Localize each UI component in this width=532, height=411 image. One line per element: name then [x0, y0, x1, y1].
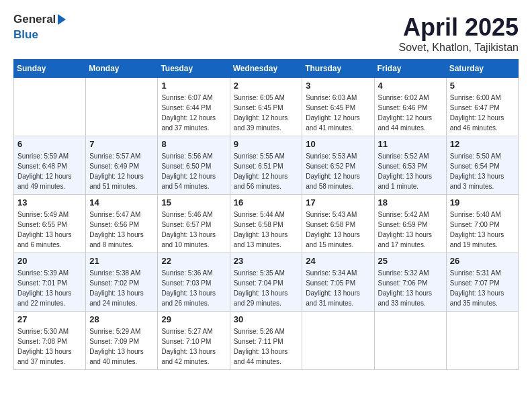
- day-number: 28: [89, 314, 154, 324]
- day-cell: 18Sunrise: 5:42 AM Sunset: 6:59 PM Dayli…: [374, 195, 446, 253]
- day-cell: 4Sunrise: 6:02 AM Sunset: 6:46 PM Daylig…: [374, 78, 446, 136]
- day-number: 13: [17, 197, 82, 208]
- title-area: April 2025 Sovet, Khatlon, Tajikistan: [399, 13, 519, 54]
- day-number: 29: [161, 314, 226, 324]
- day-info: Sunrise: 6:07 AM Sunset: 6:44 PM Dayligh…: [161, 93, 226, 133]
- day-info: Sunrise: 5:40 AM Sunset: 7:00 PM Dayligh…: [450, 210, 515, 250]
- weekday-header-friday: Friday: [374, 60, 446, 78]
- day-cell: 1Sunrise: 6:07 AM Sunset: 6:44 PM Daylig…: [158, 78, 230, 136]
- calendar-title: April 2025: [399, 13, 519, 42]
- day-number: 16: [234, 197, 299, 208]
- day-cell: 27Sunrise: 5:30 AM Sunset: 7:08 PM Dayli…: [14, 312, 86, 370]
- day-info: Sunrise: 5:43 AM Sunset: 6:58 PM Dayligh…: [306, 210, 370, 250]
- day-number: 2: [234, 81, 299, 91]
- logo: General Blue: [13, 13, 66, 41]
- day-number: 15: [161, 197, 226, 208]
- day-cell: 26Sunrise: 5:31 AM Sunset: 7:07 PM Dayli…: [446, 253, 518, 312]
- day-cell: 25Sunrise: 5:32 AM Sunset: 7:06 PM Dayli…: [374, 253, 446, 312]
- weekday-header-saturday: Saturday: [446, 60, 518, 78]
- day-number: 3: [306, 81, 370, 91]
- day-cell: [374, 312, 446, 370]
- day-number: 5: [450, 81, 515, 91]
- day-info: Sunrise: 5:46 AM Sunset: 6:57 PM Dayligh…: [161, 210, 226, 250]
- day-info: Sunrise: 5:50 AM Sunset: 6:54 PM Dayligh…: [450, 151, 515, 191]
- day-info: Sunrise: 5:47 AM Sunset: 6:56 PM Dayligh…: [89, 210, 154, 250]
- day-number: 23: [234, 256, 299, 266]
- week-row-3: 13Sunrise: 5:49 AM Sunset: 6:55 PM Dayli…: [14, 195, 519, 253]
- day-number: 25: [378, 256, 443, 266]
- day-info: Sunrise: 5:59 AM Sunset: 6:48 PM Dayligh…: [17, 151, 82, 191]
- weekday-header-wednesday: Wednesday: [230, 60, 302, 78]
- weekday-header-tuesday: Tuesday: [158, 60, 230, 78]
- day-cell: 3Sunrise: 6:03 AM Sunset: 6:45 PM Daylig…: [302, 78, 374, 136]
- week-row-2: 6Sunrise: 5:59 AM Sunset: 6:48 PM Daylig…: [14, 136, 519, 195]
- day-info: Sunrise: 6:03 AM Sunset: 6:45 PM Dayligh…: [306, 93, 370, 133]
- day-cell: 2Sunrise: 6:05 AM Sunset: 6:45 PM Daylig…: [230, 78, 302, 136]
- day-cell: 17Sunrise: 5:43 AM Sunset: 6:58 PM Dayli…: [302, 195, 374, 253]
- day-cell: 7Sunrise: 5:57 AM Sunset: 6:49 PM Daylig…: [86, 136, 158, 195]
- day-number: 22: [161, 256, 226, 266]
- day-cell: 24Sunrise: 5:34 AM Sunset: 7:05 PM Dayli…: [302, 253, 374, 312]
- day-info: Sunrise: 5:35 AM Sunset: 7:04 PM Dayligh…: [234, 268, 299, 308]
- day-number: 17: [306, 197, 370, 208]
- header: General Blue April 2025 Sovet, Khatlon, …: [13, 13, 519, 54]
- day-cell: 15Sunrise: 5:46 AM Sunset: 6:57 PM Dayli…: [158, 195, 230, 253]
- weekday-header-row: SundayMondayTuesdayWednesdayThursdayFrid…: [14, 60, 519, 78]
- day-info: Sunrise: 5:44 AM Sunset: 6:58 PM Dayligh…: [234, 210, 299, 250]
- day-number: 12: [450, 139, 515, 149]
- calendar-table: SundayMondayTuesdayWednesdayThursdayFrid…: [13, 59, 519, 370]
- day-info: Sunrise: 5:36 AM Sunset: 7:03 PM Dayligh…: [161, 268, 226, 308]
- day-info: Sunrise: 5:57 AM Sunset: 6:49 PM Dayligh…: [89, 151, 154, 191]
- day-cell: 6Sunrise: 5:59 AM Sunset: 6:48 PM Daylig…: [14, 136, 86, 195]
- day-info: Sunrise: 5:39 AM Sunset: 7:01 PM Dayligh…: [17, 268, 82, 308]
- day-number: 30: [234, 314, 299, 324]
- weekday-header-sunday: Sunday: [14, 60, 86, 78]
- day-info: Sunrise: 5:56 AM Sunset: 6:50 PM Dayligh…: [161, 151, 226, 191]
- day-number: 1: [161, 81, 226, 91]
- day-cell: [302, 312, 374, 370]
- logo-blue-text: Blue: [13, 29, 38, 42]
- week-row-5: 27Sunrise: 5:30 AM Sunset: 7:08 PM Dayli…: [14, 312, 519, 370]
- day-number: 27: [17, 314, 82, 324]
- day-cell: 21Sunrise: 5:38 AM Sunset: 7:02 PM Dayli…: [86, 253, 158, 312]
- day-cell: 29Sunrise: 5:27 AM Sunset: 7:10 PM Dayli…: [158, 312, 230, 370]
- day-number: 14: [89, 197, 154, 208]
- week-row-1: 1Sunrise: 6:07 AM Sunset: 6:44 PM Daylig…: [14, 78, 519, 136]
- day-info: Sunrise: 5:29 AM Sunset: 7:09 PM Dayligh…: [89, 326, 154, 367]
- logo-general-text: General: [13, 13, 56, 26]
- day-number: 6: [17, 139, 82, 149]
- day-number: 21: [89, 256, 154, 266]
- week-row-4: 20Sunrise: 5:39 AM Sunset: 7:01 PM Dayli…: [14, 253, 519, 312]
- day-info: Sunrise: 5:42 AM Sunset: 6:59 PM Dayligh…: [378, 210, 443, 250]
- day-info: Sunrise: 5:32 AM Sunset: 7:06 PM Dayligh…: [378, 268, 443, 308]
- day-cell: 30Sunrise: 5:26 AM Sunset: 7:11 PM Dayli…: [230, 312, 302, 370]
- weekday-header-thursday: Thursday: [302, 60, 374, 78]
- day-number: 18: [378, 197, 443, 208]
- day-cell: 9Sunrise: 5:55 AM Sunset: 6:51 PM Daylig…: [230, 136, 302, 195]
- day-number: 24: [306, 256, 370, 266]
- day-info: Sunrise: 5:31 AM Sunset: 7:07 PM Dayligh…: [450, 268, 515, 308]
- day-info: Sunrise: 5:38 AM Sunset: 7:02 PM Dayligh…: [89, 268, 154, 308]
- day-cell: 28Sunrise: 5:29 AM Sunset: 7:09 PM Dayli…: [86, 312, 158, 370]
- day-info: Sunrise: 5:27 AM Sunset: 7:10 PM Dayligh…: [161, 326, 226, 367]
- day-cell: [86, 78, 158, 136]
- calendar-subtitle: Sovet, Khatlon, Tajikistan: [399, 42, 519, 54]
- weekday-header-monday: Monday: [86, 60, 158, 78]
- day-info: Sunrise: 6:02 AM Sunset: 6:46 PM Dayligh…: [378, 93, 443, 133]
- day-cell: 22Sunrise: 5:36 AM Sunset: 7:03 PM Dayli…: [158, 253, 230, 312]
- day-cell: 13Sunrise: 5:49 AM Sunset: 6:55 PM Dayli…: [14, 195, 86, 253]
- day-info: Sunrise: 5:53 AM Sunset: 6:52 PM Dayligh…: [306, 151, 370, 191]
- day-cell: 11Sunrise: 5:52 AM Sunset: 6:53 PM Dayli…: [374, 136, 446, 195]
- day-info: Sunrise: 5:52 AM Sunset: 6:53 PM Dayligh…: [378, 151, 443, 191]
- day-number: 11: [378, 139, 443, 149]
- logo-triangle-icon: [58, 14, 66, 25]
- day-cell: 23Sunrise: 5:35 AM Sunset: 7:04 PM Dayli…: [230, 253, 302, 312]
- day-cell: 19Sunrise: 5:40 AM Sunset: 7:00 PM Dayli…: [446, 195, 518, 253]
- day-number: 26: [450, 256, 515, 266]
- day-number: 19: [450, 197, 515, 208]
- day-number: 10: [306, 139, 370, 149]
- day-cell: [14, 78, 86, 136]
- day-number: 8: [161, 139, 226, 149]
- day-info: Sunrise: 6:05 AM Sunset: 6:45 PM Dayligh…: [234, 93, 299, 133]
- logo-main: General: [13, 13, 66, 26]
